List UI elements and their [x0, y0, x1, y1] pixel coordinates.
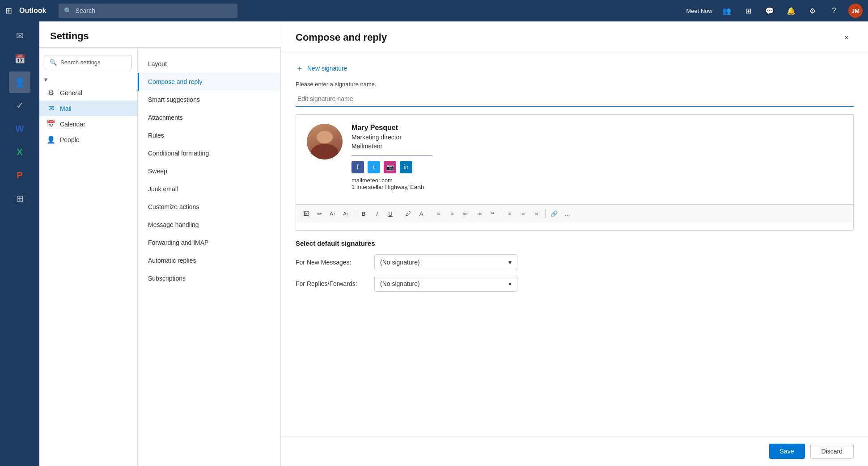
teams-icon[interactable]: 👥 [720, 4, 734, 18]
toolbar-sep-2 [399, 209, 399, 218]
content-item-layout[interactable]: Layout [138, 55, 280, 73]
sidebar-item-word[interactable]: W [9, 118, 30, 139]
settings-nav-general[interactable]: ⚙ General [39, 85, 137, 101]
waffle-icon[interactable]: ⊞ [5, 6, 12, 16]
top-bar-right: Meet Now 👥 ⊞ 💬 🔔 ⚙ ? JM [686, 4, 863, 18]
settings-nav-people-label: People [60, 136, 80, 143]
content-item-customize[interactable]: Customize actions [138, 198, 280, 216]
content-item-smart[interactable]: Smart suggestions [138, 91, 280, 109]
dialog-title: Compose and reply [296, 32, 387, 43]
toolbar-underline[interactable]: U [384, 207, 397, 220]
signature-name-input[interactable] [296, 91, 854, 107]
sidebar-item-apps[interactable]: ⊞ [9, 188, 30, 209]
toolbar-image[interactable]: 🖼 [300, 207, 312, 220]
twitter-icon[interactable]: t [368, 161, 380, 173]
signature-editor[interactable]: Mary Pesquet Marketing director Mailmete… [296, 114, 854, 231]
settings-nav-people[interactable]: 👤 People [39, 132, 137, 147]
content-item-message-handling[interactable]: Message handling [138, 216, 280, 234]
sidebar-item-mail[interactable]: ✉ [9, 25, 30, 46]
settings-title: Settings [39, 21, 281, 48]
toolbar-decrease-indent[interactable]: ⇤ [459, 207, 472, 220]
signature-address: 1 Interstellar Highway, Earth [351, 184, 843, 190]
content-item-forwarding[interactable]: Forwarding and IMAP [138, 234, 280, 252]
plus-icon: ＋ [296, 63, 304, 74]
toolbar-format[interactable]: ✏ [313, 207, 326, 220]
sidebar-item-powerpoint[interactable]: P [9, 164, 30, 186]
content-item-compose[interactable]: Compose and reply [138, 73, 280, 91]
default-signatures-section: Select default signatures For New Messag… [296, 239, 854, 292]
search-bar[interactable]: 🔍 Search [59, 4, 237, 18]
facebook-icon[interactable]: f [351, 161, 364, 173]
dialog-header: Compose and reply × [281, 21, 868, 52]
app-sidebar: ✉ 📅 👤 ✓ W X P ⊞ [0, 21, 39, 466]
toolbar-font-size-up[interactable]: A↑ [326, 207, 339, 220]
toolbar-sep-4 [501, 209, 501, 218]
settings-left-nav: 🔍 Search settings ▼ ⚙ General ✉ Mail 📅 C… [39, 48, 138, 466]
replies-label: For Replies/Forwards: [296, 280, 367, 287]
settings-nav-calendar[interactable]: 📅 Calendar [39, 116, 137, 132]
toolbar-link[interactable]: 🔗 [548, 207, 560, 220]
content-item-rules[interactable]: Rules [138, 126, 280, 144]
new-messages-value: (No signature) [380, 259, 420, 266]
avatar[interactable]: JM [848, 4, 863, 18]
signature-divider [351, 155, 432, 155]
toolbar-align-right[interactable]: ≡ [530, 207, 543, 220]
meet-now-label[interactable]: Meet Now [686, 8, 712, 14]
avatar-face [307, 124, 343, 160]
toolbar-highlight[interactable]: 🖊 [402, 207, 414, 220]
new-messages-chevron: ▾ [508, 259, 512, 266]
new-messages-dropdown[interactable]: (No signature) ▾ [374, 254, 517, 270]
feedback-icon[interactable]: 💬 [762, 4, 777, 18]
sidebar-item-excel[interactable]: X [9, 141, 30, 163]
settings-nav-mail[interactable]: ✉ Mail [39, 101, 137, 116]
toolbar-font-size-down[interactable]: A↓ [340, 207, 352, 220]
signature-company: Mailmeteor [351, 143, 843, 150]
save-button[interactable]: Save [769, 444, 805, 459]
settings-search-placeholder: Search settings [60, 59, 101, 66]
dialog-footer: Save Discard [281, 436, 868, 466]
content-item-attachments[interactable]: Attachments [138, 109, 280, 126]
settings-icon[interactable]: ⚙ [805, 4, 820, 18]
settings-search-icon: 🔍 [50, 59, 57, 66]
bell-icon[interactable]: 🔔 [784, 4, 798, 18]
instagram-icon[interactable]: 📷 [384, 161, 396, 173]
toolbar-bold[interactable]: B [357, 207, 370, 220]
toolbar-numbered-list[interactable]: ≡ [446, 207, 458, 220]
sidebar-item-tasks[interactable]: ✓ [9, 95, 30, 116]
search-text: Search [75, 7, 95, 14]
content-item-conditional[interactable]: Conditional formatting [138, 144, 280, 162]
linkedin-icon[interactable]: in [400, 161, 412, 173]
sidebar-item-people[interactable]: 👤 [9, 71, 30, 93]
toolbar-increase-indent[interactable]: ⇥ [473, 207, 485, 220]
new-messages-row: For New Messages: (No signature) ▾ [296, 254, 854, 270]
toolbar-italic[interactable]: I [371, 207, 383, 220]
close-button[interactable]: × [839, 30, 854, 45]
toolbar-quote[interactable]: ❝ [486, 207, 499, 220]
discard-button[interactable]: Discard [810, 444, 854, 459]
grid-icon[interactable]: ⊞ [741, 4, 755, 18]
new-signature-button[interactable]: ＋ New signature [296, 63, 854, 74]
content-item-subscriptions[interactable]: Subscriptions [138, 269, 280, 287]
sidebar-item-calendar[interactable]: 📅 [9, 48, 30, 70]
toolbar-font-color[interactable]: A [415, 207, 428, 220]
signature-content: Mary Pesquet Marketing director Mailmete… [296, 115, 853, 204]
toolbar-bullet-list[interactable]: ≡ [432, 207, 445, 220]
nav-group-toggle[interactable]: ▼ [39, 75, 137, 85]
settings-search[interactable]: 🔍 Search settings [45, 55, 132, 69]
calendar-icon: 📅 [47, 120, 55, 128]
content-item-auto-replies[interactable]: Automatic replies [138, 252, 280, 269]
replies-dropdown[interactable]: (No signature) ▾ [374, 276, 517, 292]
content-item-sweep[interactable]: Sweep [138, 162, 280, 180]
help-icon[interactable]: ? [827, 4, 841, 18]
toolbar-align-left[interactable]: ≡ [504, 207, 516, 220]
content-item-junk[interactable]: Junk email [138, 180, 280, 198]
social-icons: f t 📷 in [351, 161, 843, 173]
dialog-body: ＋ New signature Please enter a signature… [281, 52, 868, 436]
settings-body: 🔍 Search settings ▼ ⚙ General ✉ Mail 📅 C… [39, 48, 281, 466]
toolbar-align-center[interactable]: ≡ [517, 207, 529, 220]
toolbar-more[interactable]: … [561, 207, 574, 220]
signature-avatar [307, 124, 343, 160]
app-name: Outlook [19, 7, 46, 15]
settings-panel: Settings 🔍 Search settings ▼ ⚙ General ✉… [39, 21, 281, 466]
default-sig-label: Select default signatures [296, 239, 854, 247]
